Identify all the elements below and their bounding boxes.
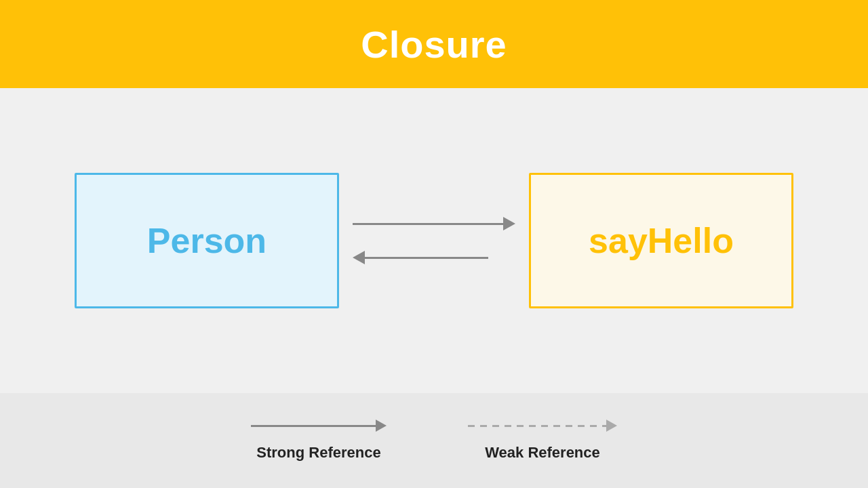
arrow-head-left — [353, 251, 365, 264]
arrow-line-right — [353, 223, 504, 225]
strong-reference-label: Strong Reference — [256, 444, 380, 462]
sayhello-label: sayHello — [589, 220, 734, 261]
strong-reference-arrowhead — [376, 420, 387, 432]
main-content: Person sayHello — [0, 88, 868, 393]
person-label: Person — [147, 220, 267, 261]
weak-reference-label: Weak Reference — [485, 444, 600, 462]
weak-reference-arrowhead — [606, 420, 617, 432]
strong-reference-item: Strong Reference — [251, 420, 387, 462]
arrow-line-left — [364, 257, 488, 259]
diagram-container: Person sayHello — [75, 173, 793, 308]
sayhello-box: sayHello — [529, 173, 793, 308]
weak-reference-item: Weak Reference — [468, 420, 617, 462]
page-title: Closure — [361, 22, 507, 66]
arrow-right — [353, 217, 515, 230]
weak-reference-line — [468, 425, 606, 427]
legend-section: Strong Reference Weak Reference — [0, 393, 868, 488]
arrows-container — [339, 217, 529, 264]
arrow-head-right — [503, 217, 515, 230]
weak-reference-arrow — [468, 420, 617, 432]
strong-reference-arrow — [251, 420, 387, 432]
arrow-left — [353, 251, 488, 264]
header: Closure — [0, 0, 868, 88]
person-box: Person — [75, 173, 339, 308]
strong-reference-line — [251, 425, 376, 427]
